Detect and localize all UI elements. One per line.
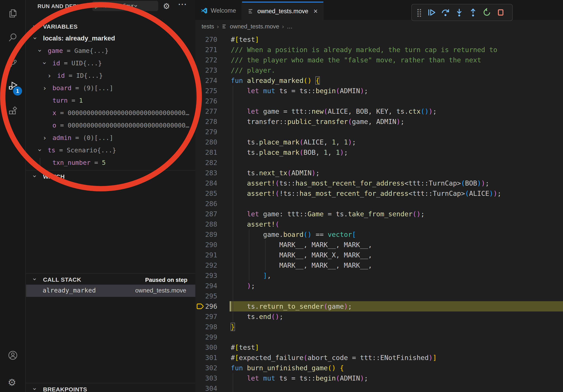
code-line-271[interactable]: 271/// When a position is already marked… [195,45,563,55]
watch-section-header[interactable]: › WATCH [26,170,195,182]
close-tab-icon[interactable]: × [313,8,318,15]
code-line-302[interactable]: 302fun burn_unfinished_game() { [195,363,563,373]
more-actions-icon[interactable]: ··· [178,0,187,9]
breakpoint-gutter[interactable] [195,75,205,86]
variable-row[interactable]: ›ts = Scenario{...} [26,145,195,157]
code-line-287[interactable]: 287 let game: ttt::Game = ts.take_from_s… [195,209,563,219]
variable-row[interactable]: ›id = UID{...} [26,58,195,70]
variable-row[interactable]: ›admin = (0)[...] [26,132,195,145]
source-control-icon[interactable] [8,58,18,68]
breakpoint-gutter[interactable] [195,168,205,178]
code-line-300[interactable]: 300#[test] [195,342,563,353]
chevron-collapsed-icon[interactable]: › [43,85,46,91]
breakpoint-gutter[interactable] [195,383,205,392]
breakpoint-gutter[interactable] [195,178,205,188]
code-line-294[interactable]: 294 ); [195,281,563,291]
debug-config-dropdown[interactable]: ▷ No Configur › [92,1,158,11]
code-line-270[interactable]: 270#[test] [195,34,563,45]
breakpoint-gutter[interactable] [195,137,205,147]
breakpoint-gutter[interactable] [195,219,205,229]
debug-settings-gear-icon[interactable]: ⚙ [163,1,170,11]
breakpoint-gutter[interactable] [195,65,205,75]
chevron-expanded-icon[interactable]: › [37,149,43,152]
breakpoint-gutter[interactable] [195,322,205,332]
chevron-expanded-icon[interactable]: › [41,62,48,65]
breakpoint-gutter[interactable] [195,106,205,117]
breakpoint-gutter[interactable] [195,312,205,322]
code-line-278[interactable]: 278 transfer::public_transfer(game, ADMI… [195,117,563,127]
code-line-298[interactable]: 298} [195,322,563,332]
chevron-expanded-icon[interactable]: › [32,37,39,40]
breakpoint-gutter[interactable] [195,188,205,198]
account-icon[interactable] [8,350,18,360]
breadcrumb-symbol[interactable]: … [287,23,293,30]
breakpoint-gutter[interactable] [195,127,205,137]
breakpoint-gutter[interactable] [195,157,205,168]
stack-frame-row[interactable]: already_marked owned_tests.move [26,285,195,297]
step-out-button[interactable] [466,6,480,19]
code-line-289[interactable]: 289 game.board() == vector[ [195,229,563,240]
code-line-293[interactable]: 293 ], [195,270,563,281]
tab-welcome[interactable]: Welcome [195,1,242,20]
continue-button[interactable] [425,6,438,19]
tab-owned-tests-move[interactable]: owned_tests.move × [242,1,324,20]
breakpoint-gutter[interactable] [195,301,205,312]
code-line-272[interactable]: 272/// the player who made the "false" m… [195,55,563,65]
extensions-icon[interactable] [8,105,18,116]
code-line-276[interactable]: 276 [195,96,563,106]
code-line-274[interactable]: 274fun already_marked() { [195,75,563,86]
breakpoint-gutter[interactable] [195,291,205,301]
step-into-button[interactable] [452,6,466,19]
breadcrumb-file[interactable]: owned_tests.move [230,23,279,30]
breadcrumb-folder[interactable]: tests [202,23,214,30]
code-editor[interactable]: 270#[test]271/// When a position is alre… [195,33,563,392]
code-line-296[interactable]: 296 ts.return_to_sender(game); [195,301,563,312]
variable-row[interactable]: turn = 1 [26,95,195,108]
breakpoint-gutter[interactable] [195,198,205,209]
variables-section-header[interactable]: › VARIABLES [26,21,195,32]
breakpoint-gutter[interactable] [195,373,205,383]
code-line-303[interactable]: 303 let mut ts = ts::begin(ADMIN); [195,373,563,383]
search-icon[interactable] [8,32,18,43]
breakpoint-gutter[interactable] [195,260,205,270]
breakpoint-gutter[interactable] [195,209,205,219]
variable-row[interactable]: ›board = (9)[...] [26,83,195,95]
code-line-290[interactable]: 290 MARK__, MARK__, MARK__, [195,240,563,250]
code-line-279[interactable]: 279 [195,127,563,137]
code-line-277[interactable]: 277 let game = ttt::new(ALICE, BOB, KEY,… [195,106,563,117]
code-line-283[interactable]: 283 ts.next_tx(ADMIN); [195,168,563,178]
code-line-295[interactable]: 295 [195,291,563,301]
stop-button[interactable] [494,6,508,19]
code-line-292[interactable]: 292 MARK__, MARK__, MARK__, [195,260,563,270]
breakpoint-gutter[interactable] [195,281,205,291]
breakpoint-gutter[interactable] [195,342,205,353]
code-line-286[interactable]: 286 [195,198,563,209]
chevron-collapsed-icon[interactable]: › [48,72,51,79]
breakpoint-gutter[interactable] [195,117,205,127]
step-over-button[interactable] [438,6,452,19]
breakpoint-gutter[interactable] [195,229,205,240]
explorer-icon[interactable] [8,8,18,19]
breakpoint-gutter[interactable] [195,353,205,363]
breakpoint-gutter[interactable] [195,96,205,106]
breakpoint-gutter[interactable] [195,86,205,96]
code-line-282[interactable]: 282 [195,157,563,168]
breakpoints-section-header[interactable]: › BREAKPOINTS [26,383,195,392]
scope-row[interactable]: ›locals: already_marked [26,33,195,45]
code-line-275[interactable]: 275 let mut ts = ts::begin(ADMIN); [195,86,563,96]
breakpoint-gutter[interactable] [195,147,205,157]
breakpoint-gutter[interactable] [195,270,205,281]
variable-row[interactable]: ›game = Game{...} [26,45,195,58]
code-line-291[interactable]: 291 MARK__, MARK_X, MARK__, [195,250,563,260]
variable-row[interactable]: txn_number = 5 [26,157,195,170]
breakpoint-gutter[interactable] [195,332,205,342]
call-stack-section-header[interactable]: › CALL STACK Paused on step [26,274,195,285]
breakpoint-gutter[interactable] [195,55,205,65]
restart-button[interactable] [480,6,494,19]
breakpoint-gutter[interactable] [195,45,205,55]
code-line-288[interactable]: 288 assert!( [195,219,563,229]
breakpoint-gutter[interactable] [195,250,205,260]
code-line-273[interactable]: 273/// player. [195,65,563,75]
code-line-284[interactable]: 284 assert!(ts::has_most_recent_for_addr… [195,178,563,188]
breakpoint-gutter[interactable] [195,34,205,45]
